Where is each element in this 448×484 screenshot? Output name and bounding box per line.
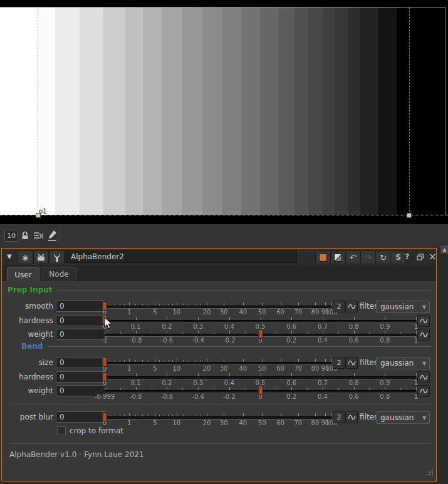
pencil-icon[interactable] [48, 230, 57, 241]
slider-minor-tick [124, 414, 125, 416]
resize-grip-icon[interactable] [424, 469, 434, 478]
knob-row-post-blur: post blur 015102030405060708090100 2 fil… [2, 411, 436, 424]
slider-handle[interactable] [103, 412, 107, 421]
slider-tick [262, 413, 263, 416]
size-slider[interactable]: 015102030405060708090100 [105, 357, 331, 372]
curve-button[interactable] [417, 329, 430, 341]
vertical-scrollbar[interactable]: ▲ [439, 244, 448, 484]
hardness-value-input[interactable] [56, 315, 107, 326]
script-icon: S [395, 253, 401, 262]
slider-tick [325, 359, 326, 362]
slider-minor-tick [168, 304, 169, 306]
smooth-slider[interactable]: 015102030405060708090100 [105, 301, 331, 316]
slider-minor-tick [307, 332, 308, 334]
p0-handle[interactable] [407, 213, 412, 218]
filter-dropdown[interactable]: gaussian ▼ [376, 357, 430, 369]
slider-tick [281, 413, 281, 416]
tab-node[interactable]: Node [41, 267, 77, 281]
size-value-input[interactable] [56, 357, 107, 368]
weight-value-input[interactable] [56, 329, 107, 340]
slider-minor-tick [400, 388, 401, 390]
undo-button[interactable]: ↶ [345, 250, 361, 264]
slider-tick [224, 413, 224, 416]
gradient-band [39, 8, 55, 215]
node-name-field[interactable] [66, 250, 297, 263]
crop-to-format-checkbox[interactable] [57, 426, 66, 435]
knob-label: post blur [3, 413, 53, 421]
smooth-value-input[interactable] [56, 301, 107, 312]
collapse-panel-icon[interactable]: ▼ [7, 253, 12, 260]
curve-button[interactable] [345, 301, 358, 312]
curve-icon [420, 388, 428, 394]
precision-button[interactable]: 2 [333, 411, 345, 423]
precision-button[interactable]: 2 [333, 301, 345, 312]
slider-tick-label: 0.8 [380, 393, 390, 400]
node-color-button[interactable] [315, 250, 331, 264]
slider-tick [331, 302, 332, 306]
manage-knobs-button[interactable] [49, 250, 65, 264]
p1-handle[interactable] [36, 213, 41, 218]
post-blur-slider[interactable]: 015102030405060708090100 [105, 411, 331, 426]
slider-minor-tick [124, 304, 125, 306]
script-button[interactable]: S [390, 250, 406, 264]
lock-icon[interactable] [21, 231, 30, 240]
slider-handle[interactable] [103, 358, 107, 367]
slider-handle[interactable] [258, 386, 263, 395]
slider-minor-tick [369, 332, 370, 334]
hardness-bend-value-input[interactable] [56, 371, 107, 383]
gl-color-button[interactable] [330, 250, 346, 264]
slider-minor-tick [124, 360, 125, 362]
slider-tick [207, 413, 207, 416]
slider-handle[interactable] [258, 329, 263, 339]
slider-minor-tick [183, 414, 184, 416]
curve-button[interactable] [417, 385, 430, 397]
curve-button[interactable] [345, 411, 358, 423]
slider-tick [298, 302, 299, 306]
curve-button[interactable] [345, 357, 358, 369]
close-panel-button[interactable]: × [429, 251, 437, 262]
slider-handle[interactable] [103, 372, 107, 381]
hardness-slider[interactable]: 00.10.20.30.40.50.60.70.80.91 [105, 315, 416, 330]
curve-button[interactable] [417, 315, 430, 327]
hardness-bend-slider[interactable]: 00.10.20.30.40.50.60.70.80.91 [105, 371, 416, 386]
slider-handle[interactable] [103, 301, 107, 311]
filter-dropdown[interactable]: gaussian ▼ [376, 301, 430, 313]
slider-minor-tick [164, 360, 164, 362]
curve-button[interactable] [417, 371, 430, 383]
slider-tick [325, 302, 326, 306]
curve-icon [420, 374, 428, 381]
viewer-area[interactable]: p1 p0 [0, 0, 448, 224]
max-panels-input[interactable] [4, 230, 18, 242]
tab-user[interactable]: User [7, 267, 39, 281]
slider-tick [262, 359, 263, 362]
slider-minor-tick [182, 332, 183, 334]
slider-tick [167, 317, 167, 320]
section-rule [48, 346, 431, 347]
slider-tick [198, 373, 199, 376]
gradient-band [222, 8, 241, 215]
center-node-button[interactable]: ◉ [18, 250, 33, 264]
post-blur-value-input[interactable] [56, 411, 107, 423]
precision-button[interactable]: 2 [333, 357, 345, 369]
slider-minor-tick [195, 360, 195, 362]
scroll-up-icon: ▲ [443, 247, 446, 252]
help-button[interactable]: ? [405, 252, 410, 261]
scroll-up-button[interactable]: ▲ [440, 245, 448, 254]
slider-tick [354, 331, 355, 334]
weight-bend-slider[interactable]: -0.999-0.8-0.6-0.4-0.200.20.40.60.81 [105, 385, 416, 400]
float-panel-button[interactable] [417, 254, 424, 260]
slider-minor-tick [195, 414, 195, 416]
slider-tick [129, 302, 130, 306]
slider-minor-tick [120, 360, 120, 362]
nuke-window: { "viewer": { "gradient_bands": [ {"w":6… [0, 0, 448, 484]
slider-tick [416, 387, 417, 390]
slider-tick [291, 317, 292, 320]
float-panel-icon [417, 254, 424, 260]
slider-minor-tick [189, 414, 189, 416]
redo-button[interactable]: ↷ [360, 250, 376, 264]
close-all-panels-icon[interactable] [34, 232, 44, 240]
viewer-socket-button[interactable] [33, 250, 49, 264]
revert-button[interactable]: ↻ [375, 250, 391, 264]
filter-dropdown[interactable]: gaussian ▼ [376, 411, 430, 424]
filter-label: filter [360, 302, 377, 311]
